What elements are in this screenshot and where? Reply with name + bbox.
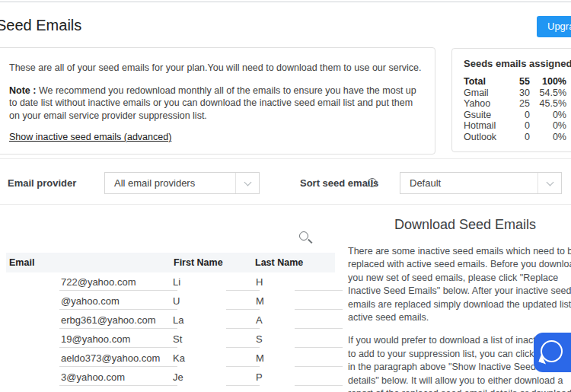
stats-row-outlook: Outlook 0 0% (464, 132, 566, 143)
table-row: erbg361@yahoo.com La A (0, 311, 350, 330)
note-label: Note : (9, 85, 36, 96)
stats-row-total: Total 55 100% (464, 76, 566, 88)
table-row: aeldo373@yahoo.com Ka M (0, 349, 350, 368)
email-field[interactable]: erbg361@yahoo.com (61, 311, 156, 330)
table-row: 45@yahoo.com K A (0, 387, 350, 392)
seeds-assigned-card: Seeds emails assigned Total 55 100% Gmai… (451, 48, 571, 152)
top-divider (0, 2, 571, 2)
column-header-email: Email (9, 253, 34, 272)
last-name-field[interactable]: M (256, 349, 264, 368)
table-row: 19@yahoo.com St S (0, 330, 350, 349)
chevron-down-icon (244, 179, 252, 186)
seed-emails-page: Seed Emails Upgrade These are all of you… (0, 0, 571, 392)
last-name-field[interactable]: H (256, 272, 263, 292)
filter-bottom-divider (0, 204, 571, 205)
seed-info-card: These are all of your seed emails for yo… (0, 47, 435, 155)
sort-value: Default (410, 177, 441, 189)
column-header-first-name: First Name (174, 253, 223, 272)
chat-bubble-icon (541, 340, 563, 362)
email-field[interactable]: 722@yahoo.com (61, 272, 136, 292)
last-name-field[interactable]: A (256, 387, 263, 392)
table-row: @yahoo.com U M (0, 292, 350, 311)
email-field[interactable]: 45@yahoo.com (61, 387, 130, 392)
chat-widget-button[interactable] (534, 333, 571, 372)
first-name-field[interactable]: St (173, 330, 182, 349)
email-provider-select[interactable]: All email providers (104, 172, 260, 194)
info-note-text: Note : We recommend you redownload month… (9, 84, 423, 123)
email-field[interactable]: 3@yahoo.com (61, 368, 125, 387)
stats-row-yahoo: Yahoo 25 45.5% (464, 98, 566, 110)
table-header: Email First Name Last Name (6, 253, 335, 272)
chevron-down-icon (547, 179, 554, 186)
first-name-field[interactable]: Li (173, 272, 180, 292)
info-intro-text: These are all of your seed emails for yo… (9, 62, 423, 75)
last-name-field[interactable]: A (256, 311, 263, 330)
table-row: 722@yahoo.com Li H (0, 272, 350, 292)
page-title: Seed Emails (0, 17, 81, 34)
table-row: 3@yahoo.com Je P (0, 368, 350, 387)
email-provider-value: All email providers (114, 177, 195, 189)
first-name-field[interactable]: Je (173, 368, 183, 387)
last-name-field[interactable]: S (256, 330, 263, 349)
first-name-field[interactable]: La (173, 311, 183, 330)
stats-row-gmail: Gmail 30 54.5% (464, 88, 566, 99)
download-panel-title: Download Seed Emails (348, 217, 571, 233)
last-name-field[interactable]: P (256, 368, 263, 387)
first-name-field[interactable]: U (173, 292, 180, 311)
search-icon[interactable] (299, 231, 308, 241)
column-header-last-name: Last Name (255, 253, 303, 272)
email-field[interactable]: aeldo373@yahoo.com (61, 349, 160, 368)
stats-row-hotmail: Hotmail 0 0% (464, 120, 566, 132)
note-body: We recommend you redownload monthly all … (9, 85, 416, 121)
filter-top-divider (0, 158, 571, 159)
seed-email-table: 722@yahoo.com Li H @yahoo.com U M erbg36… (0, 272, 350, 392)
last-name-field[interactable]: M (256, 292, 264, 311)
first-name-field[interactable]: K (173, 387, 180, 392)
seeds-assigned-title: Seeds emails assigned (464, 58, 571, 69)
download-panel-paragraph-1: There are some inactive seed emails whic… (348, 245, 571, 324)
stats-row-gsuite: Gsuite 0 0% (464, 110, 566, 121)
email-field[interactable]: @yahoo.com (61, 292, 120, 311)
email-field[interactable]: 19@yahoo.com (61, 330, 130, 349)
upgrade-button[interactable]: Upgrade (537, 16, 571, 37)
first-name-field[interactable]: Ka (173, 349, 185, 368)
sort-seed-emails-label: Sort seed emails (300, 177, 378, 189)
info-icon[interactable] (368, 178, 377, 187)
email-provider-label: Email provider (8, 177, 76, 189)
show-inactive-seed-emails-link[interactable]: Show inactive seed emails (advanced) (9, 131, 171, 144)
sort-seed-emails-select[interactable]: Default (400, 172, 562, 194)
